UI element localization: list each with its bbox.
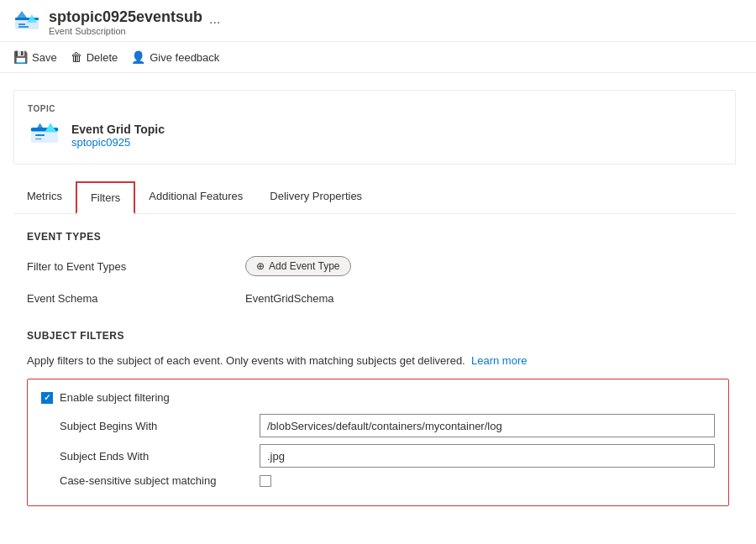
page-header: sptopic0925eventsub Event Subscription ·… bbox=[0, 0, 756, 42]
save-icon: 💾 bbox=[13, 50, 28, 64]
tabs-container: Metrics Filters Additional Features Deli… bbox=[13, 181, 736, 214]
main-content: EVENT TYPES Filter to Event Types ⊕ Add … bbox=[27, 231, 729, 506]
save-label: Save bbox=[32, 51, 57, 64]
toolbar: 💾 Save 🗑 Delete 👤 Give feedback bbox=[0, 42, 756, 73]
topic-name: Event Grid Topic bbox=[71, 123, 165, 136]
svg-marker-11 bbox=[35, 123, 45, 131]
topic-section: TOPIC Event Grid Topic sptopic0925 bbox=[13, 90, 736, 165]
enable-subject-filtering-checkbox[interactable]: ✓ bbox=[41, 392, 53, 404]
resource-title-block: sptopic0925eventsub Event Subscription bbox=[49, 8, 202, 36]
add-event-type-label: Add Event Type bbox=[269, 260, 340, 272]
subject-filters-desc-text: Apply filters to the subject of each eve… bbox=[27, 354, 465, 367]
topic-link[interactable]: sptopic0925 bbox=[71, 136, 130, 149]
subject-begins-with-label: Subject Begins With bbox=[41, 420, 260, 432]
enable-subject-filtering-label: Enable subject filtering bbox=[60, 391, 170, 404]
feedback-button[interactable]: 👤 Give feedback bbox=[131, 47, 219, 67]
event-schema-value: EventGridSchema bbox=[245, 292, 334, 305]
event-schema-label: Event Schema bbox=[27, 292, 245, 305]
more-options-icon[interactable]: ··· bbox=[209, 15, 220, 30]
enable-subject-filtering-row: ✓ Enable subject filtering bbox=[41, 391, 715, 404]
subject-filters-section: SUBJECT FILTERS Apply filters to the sub… bbox=[27, 330, 729, 506]
topic-icon-box bbox=[28, 120, 61, 150]
delete-button[interactable]: 🗑 Delete bbox=[71, 47, 118, 67]
case-sensitive-checkbox[interactable] bbox=[260, 475, 271, 487]
event-schema-row: Event Schema EventGridSchema bbox=[27, 286, 729, 310]
delete-icon: 🗑 bbox=[71, 50, 82, 64]
filter-event-types-label: Filter to Event Types bbox=[27, 260, 245, 273]
filter-event-types-row: Filter to Event Types ⊕ Add Event Type bbox=[27, 254, 729, 278]
subject-filters-header: SUBJECT FILTERS bbox=[27, 330, 729, 342]
tab-delivery-properties[interactable]: Delivery Properties bbox=[256, 181, 375, 213]
subject-begins-with-input[interactable] bbox=[260, 414, 715, 437]
delete-label: Delete bbox=[87, 51, 118, 64]
learn-more-link[interactable]: Learn more bbox=[471, 354, 527, 367]
filter-box: ✓ Enable subject filtering Subject Begin… bbox=[27, 379, 729, 506]
topic-section-label: TOPIC bbox=[28, 104, 722, 113]
resource-type: Event Subscription bbox=[49, 26, 202, 36]
add-event-icon: ⊕ bbox=[256, 260, 265, 272]
tabs: Metrics Filters Additional Features Deli… bbox=[13, 181, 736, 213]
case-sensitive-row: Case-sensitive subject matching bbox=[41, 474, 715, 487]
checkmark-icon: ✓ bbox=[44, 393, 50, 402]
tab-metrics[interactable]: Metrics bbox=[13, 181, 76, 213]
topic-info: Event Grid Topic sptopic0925 bbox=[28, 120, 722, 150]
feedback-icon: 👤 bbox=[131, 50, 145, 64]
case-sensitive-label: Case-sensitive subject matching bbox=[41, 474, 260, 487]
subject-ends-with-label: Subject Ends With bbox=[41, 450, 260, 463]
add-event-type-button[interactable]: ⊕ Add Event Type bbox=[245, 256, 351, 276]
tab-additional-features[interactable]: Additional Features bbox=[135, 181, 256, 213]
event-types-header: EVENT TYPES bbox=[27, 231, 729, 243]
event-types-section: EVENT TYPES Filter to Event Types ⊕ Add … bbox=[27, 231, 729, 310]
tab-filters[interactable]: Filters bbox=[76, 181, 135, 214]
subject-ends-with-row: Subject Ends With bbox=[41, 444, 715, 468]
subject-filters-desc: Apply filters to the subject of each eve… bbox=[27, 353, 729, 369]
resource-icon bbox=[13, 9, 40, 36]
subject-ends-with-input[interactable] bbox=[260, 444, 715, 468]
subject-begins-with-row: Subject Begins With bbox=[41, 414, 715, 437]
resource-name: sptopic0925eventsub bbox=[49, 8, 202, 26]
svg-marker-5 bbox=[17, 11, 27, 18]
topic-text: Event Grid Topic sptopic0925 bbox=[71, 123, 165, 149]
feedback-label: Give feedback bbox=[150, 51, 219, 64]
save-button[interactable]: 💾 Save bbox=[13, 47, 57, 67]
